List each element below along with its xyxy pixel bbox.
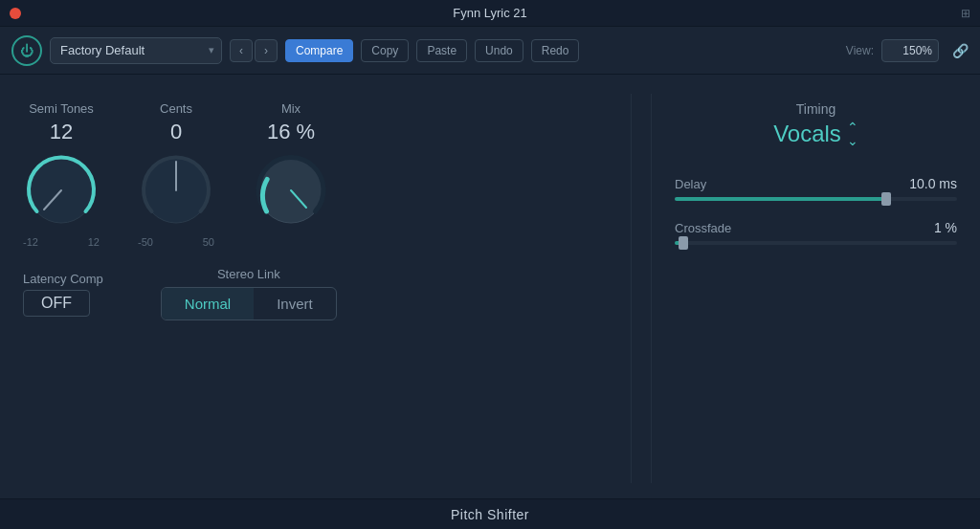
stereo-invert-button[interactable]: Invert: [254, 288, 336, 320]
delay-slider-track[interactable]: [675, 197, 957, 201]
mix-knob-group: Mix 16 %: [253, 101, 329, 229]
prev-preset-button[interactable]: ‹: [230, 39, 253, 62]
copy-button[interactable]: Copy: [361, 39, 409, 62]
knobs-row: Semi Tones 12 -12 1: [23, 94, 612, 248]
delay-slider-thumb[interactable]: [881, 192, 891, 206]
latency-comp-group: Latency Comp OFF: [23, 272, 103, 317]
window-resize-icon[interactable]: ⊞: [961, 7, 970, 20]
main-content: Semi Tones 12 -12 1: [0, 75, 980, 498]
mix-label: Mix: [281, 101, 301, 116]
window-title: Fynn Lyric 21: [453, 6, 527, 20]
slider-section: Delay 10.0 ms Crossfade 1 %: [675, 176, 957, 245]
panel-divider: [631, 94, 632, 483]
compare-button[interactable]: Compare: [285, 39, 353, 62]
crossfade-label: Crossfade: [675, 221, 731, 235]
preset-select[interactable]: Factory Default: [50, 37, 222, 64]
close-button[interactable]: [10, 8, 21, 19]
mix-value: 16 %: [267, 120, 315, 144]
stereo-link-label: Stereo Link: [217, 267, 280, 281]
crossfade-slider-track[interactable]: [675, 241, 957, 245]
latency-label: Latency Comp: [23, 272, 103, 286]
power-button[interactable]: ⏻: [11, 35, 42, 66]
semitones-range: -12 12: [23, 236, 100, 248]
title-bar: Fynn Lyric 21 ⊞: [0, 0, 980, 27]
crossfade-value: 1 %: [934, 220, 957, 235]
link-icon[interactable]: 🔗: [952, 43, 969, 58]
nav-group: ‹ ›: [230, 39, 278, 62]
view-label: View:: [846, 44, 874, 57]
crossfade-slider-thumb[interactable]: [679, 236, 688, 250]
crossfade-slider-group: Crossfade 1 %: [675, 220, 957, 245]
delay-slider-fill: [675, 197, 886, 201]
cents-knob-group: Cents 0 -50 50: [138, 101, 214, 248]
next-preset-button[interactable]: ›: [255, 39, 278, 62]
right-panel: Timing Vocals ⌃⌄ Delay 10.0 ms: [651, 94, 957, 483]
cents-range: -50 50: [138, 236, 214, 248]
delay-slider-group: Delay 10.0 ms: [675, 176, 957, 201]
stereo-buttons: Normal Invert: [161, 287, 337, 320]
paste-button[interactable]: Paste: [416, 39, 467, 62]
stereo-normal-button[interactable]: Normal: [162, 288, 254, 320]
cents-label: Cents: [160, 101, 192, 116]
delay-header: Delay 10.0 ms: [675, 176, 957, 191]
timing-section: Timing Vocals ⌃⌄: [675, 94, 957, 147]
timing-arrows-icon: ⌃⌄: [847, 121, 858, 147]
semitones-label: Semi Tones: [29, 101, 94, 116]
semitones-knob-group: Semi Tones 12 -12 1: [23, 101, 100, 248]
preset-selector-wrapper: Factory Default: [50, 37, 222, 64]
toolbar: ⏻ Factory Default ‹ › Compare Copy Paste…: [0, 27, 980, 75]
semitones-knob[interactable]: [23, 152, 100, 229]
semitones-value: 12: [50, 120, 73, 144]
latency-toggle[interactable]: OFF: [23, 290, 90, 317]
stereo-link-group: Stereo Link Normal Invert: [161, 267, 337, 320]
bottom-bar: Pitch Shifter: [0, 498, 980, 529]
mix-knob[interactable]: [253, 152, 329, 229]
crossfade-header: Crossfade 1 %: [675, 220, 957, 235]
cents-knob[interactable]: [138, 152, 214, 229]
delay-label: Delay: [675, 177, 706, 191]
delay-value: 10.0 ms: [909, 176, 957, 191]
undo-button[interactable]: Undo: [475, 39, 523, 62]
plugin-title: Pitch Shifter: [451, 507, 529, 522]
bottom-controls-row: Latency Comp OFF Stereo Link Normal Inve…: [23, 263, 612, 320]
cents-value: 0: [170, 120, 182, 144]
view-input[interactable]: [881, 39, 939, 62]
timing-value[interactable]: Vocals ⌃⌄: [773, 121, 858, 147]
left-panel: Semi Tones 12 -12 1: [23, 94, 612, 483]
timing-label: Timing: [796, 101, 836, 117]
redo-button[interactable]: Redo: [531, 39, 580, 62]
